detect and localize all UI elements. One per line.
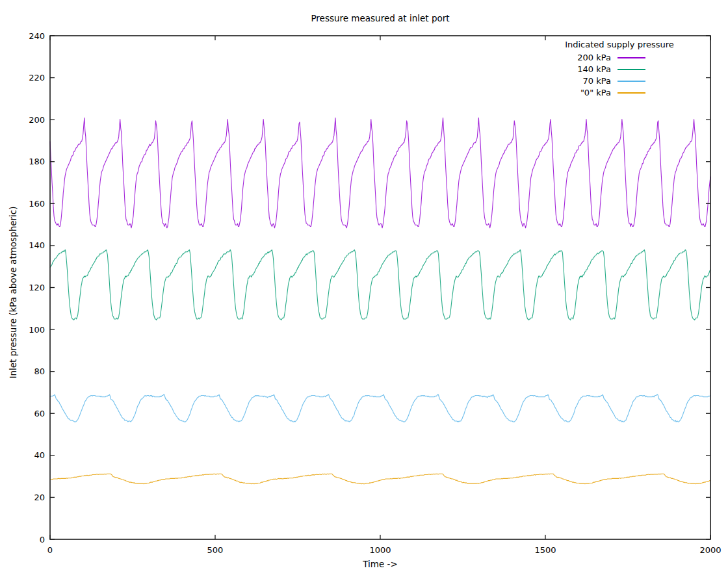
y-tick-label: 80	[34, 366, 45, 376]
y-tick-label: 60	[34, 409, 45, 418]
y-tick-label: 240	[29, 31, 45, 41]
legend-line-sample-70kpa	[618, 81, 645, 82]
y-tick-label: 160	[29, 199, 45, 209]
plot-frame	[50, 36, 710, 539]
series-line--0-kpa	[50, 474, 710, 484]
x-axis-label: Time ->	[50, 559, 710, 569]
legend-label-0kpa: "0" kPa	[580, 87, 611, 99]
y-tick-label: 180	[29, 157, 45, 166]
series-line-70-kpa	[50, 394, 710, 422]
y-tick-label: 40	[34, 450, 45, 460]
legend-row: 200 kPa	[541, 52, 697, 64]
gnuplot-chart-window: Pressure measured at inlet port 05001000…	[0, 0, 728, 577]
y-tick-label: 220	[29, 73, 45, 83]
y-tick-label: 120	[29, 283, 45, 292]
y-tick-label: 100	[29, 325, 45, 335]
legend-label-200kpa: 200 kPa	[577, 52, 611, 64]
legend-line-sample-0kpa	[618, 92, 645, 94]
legend-label-70kpa: 70 kPa	[583, 75, 611, 87]
x-tick-label: 500	[207, 545, 224, 555]
legend-title: Indicated supply pressure	[541, 39, 697, 51]
legend-row: 140 kPa	[541, 64, 697, 75]
legend-row: 70 kPa	[541, 75, 697, 87]
x-tick-label: 1000	[369, 545, 391, 555]
series-line-200-kpa	[50, 118, 710, 228]
y-axis-label: Inlet pressure (kPa above atmospheric)	[8, 175, 18, 409]
y-tick-label: 140	[29, 240, 45, 250]
y-tick-label: 0	[40, 535, 45, 545]
x-tick-label: 1500	[534, 545, 556, 555]
y-tick-label: 200	[29, 115, 45, 125]
x-tick-label: 0	[47, 545, 53, 555]
legend-line-sample-140kpa	[618, 69, 645, 70]
legend-row: "0" kPa	[541, 87, 697, 99]
legend-label-140kpa: 140 kPa	[577, 64, 611, 75]
legend: Indicated supply pressure 200 kPa 140 kP…	[541, 39, 697, 99]
y-tick-label: 20	[34, 493, 45, 502]
x-tick-label: 2000	[699, 545, 721, 555]
series-line-140-kpa	[50, 250, 710, 320]
legend-line-sample-200kpa	[618, 57, 645, 58]
